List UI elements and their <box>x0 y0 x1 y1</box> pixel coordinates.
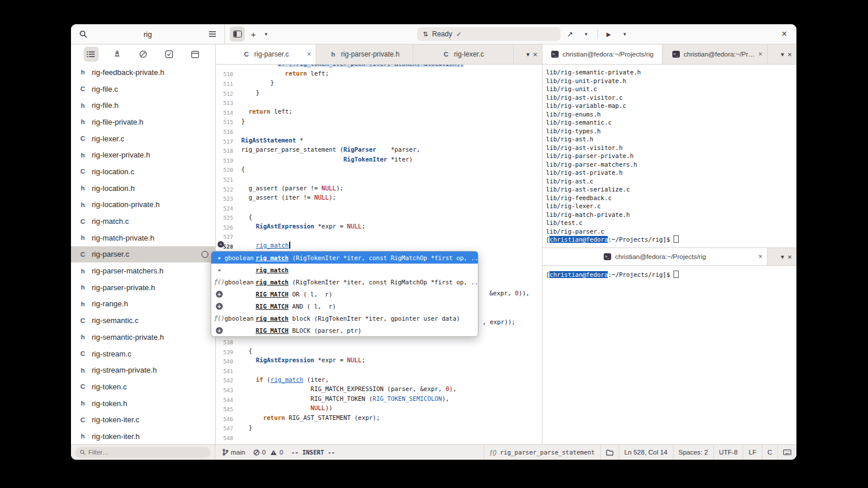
code-line[interactable]: 525 { <box>216 212 542 222</box>
toggle-panel-button[interactable] <box>230 27 245 42</box>
file-row[interactable]: hrig-range.h <box>71 296 215 313</box>
completion-item[interactable]: ★gbooleanrig_match (RigTokenIter *iter, … <box>211 251 478 264</box>
code-line[interactable]: 515} <box>216 117 542 126</box>
current-symbol-button[interactable]: ƒ() rig_parser_parse_statement <box>484 445 600 460</box>
file-row[interactable]: Crig-token.c <box>71 378 215 395</box>
code-line[interactable]: 540 RigAstExpression *expr = NULL; <box>216 355 542 365</box>
code-line[interactable]: 519 RigTokenIter *iter) <box>216 155 542 164</box>
encoding-button[interactable]: UTF-8 <box>713 445 743 460</box>
terminal-top-output[interactable]: lib/rig-semantic-private.hlib/rig-unit-p… <box>542 65 796 247</box>
filter-input[interactable] <box>88 449 206 456</box>
file-row[interactable]: hrig-match-private.h <box>71 230 215 246</box>
run-dropdown[interactable]: ▾ <box>618 27 633 42</box>
code-line[interactable]: 539 { <box>216 346 542 356</box>
file-row[interactable]: hrig-semantic-private.h <box>71 329 215 346</box>
file-row[interactable]: Crig-lexer.c <box>71 130 215 147</box>
export-dropdown[interactable]: ▾ <box>579 27 594 42</box>
build-targets-button[interactable] <box>110 47 125 62</box>
tab-rig-parser-private-h[interactable]: h rig-parser-private.h <box>316 44 413 64</box>
file-row[interactable]: Crig-token-iter.c <box>71 411 215 428</box>
terminal-bottom-tab[interactable]: >_ christian@fedora:~/Projects/rig × <box>542 248 768 265</box>
code-line[interactable]: 544 RIG_MATCH_TOKEN (RIG_TOKEN_SEMICOLON… <box>216 394 542 404</box>
file-row[interactable]: hrig-location.h <box>71 180 215 197</box>
code-line[interactable]: 523 g_assert (iter != NULL); <box>216 193 542 202</box>
tab-list-dropdown[interactable]: ▾ <box>781 51 784 58</box>
close-pane-button[interactable]: × <box>787 50 792 59</box>
close-pane-button[interactable]: × <box>787 253 792 261</box>
file-row[interactable]: hrig-lexer-private.h <box>71 147 215 163</box>
keyboard-button[interactable] <box>777 445 796 460</box>
completion-item[interactable]: ƒ()gbooleanrig_match (RigTokenIter *iter… <box>211 276 478 288</box>
code-line[interactable]: 517RigAstStatement * <box>216 136 542 145</box>
menu-button[interactable] <box>205 27 220 42</box>
code-line[interactable]: 522 g_assert (parser != NULL); <box>216 183 542 193</box>
code-line[interactable]: 518rig_parser_parse_statement (RigParser… <box>216 145 542 155</box>
file-row[interactable]: hrig-token-iter.h <box>71 428 215 444</box>
window-close-button[interactable]: × <box>777 27 792 42</box>
indentation-button[interactable]: Spaces: 2 <box>673 445 713 460</box>
code-line[interactable]: 541 <box>216 365 542 375</box>
terminal-bottom-output[interactable]: [christian@fedora:~/Projects/rig]$ <box>542 266 796 444</box>
new-tab-dropdown[interactable]: ▾ <box>260 27 272 42</box>
cursor-position-button[interactable]: Ln 528, Col 14 <box>619 445 673 460</box>
code-line[interactable]: 543 RIG_MATCH_EXPRESSION (parser, &expr,… <box>216 384 542 394</box>
code-line[interactable]: 524 <box>216 202 542 212</box>
code-line[interactable]: 547 } <box>216 423 542 433</box>
file-row[interactable]: hrig-feedback-private.h <box>71 64 215 81</box>
language-button[interactable]: C <box>762 445 777 460</box>
code-line[interactable]: 545 NULL)) <box>216 403 542 413</box>
tab-list-dropdown[interactable]: ▾ <box>526 51 530 58</box>
completion-item[interactable]: +RIG_MATCH_AND (_l, _r) <box>211 300 478 312</box>
close-icon[interactable]: × <box>758 50 762 58</box>
close-icon[interactable]: × <box>758 253 762 261</box>
code-line[interactable]: ×528 rig_match <box>216 241 542 250</box>
file-row[interactable]: hrig-file-private.h <box>71 114 215 130</box>
diagnostics-summary[interactable]: 0 0 <box>253 449 283 456</box>
search-input[interactable]: rig <box>91 30 205 39</box>
code-line[interactable]: 510 return left; <box>216 69 542 78</box>
file-row[interactable]: hrig-location-private.h <box>71 197 215 213</box>
code-line[interactable]: 521 <box>216 174 542 183</box>
omnibar-button[interactable]: ⇅ Ready ✓ <box>417 27 560 41</box>
code-line[interactable]: 538 <box>216 336 542 346</box>
tab-list-dropdown[interactable]: ▾ <box>781 253 784 261</box>
file-row[interactable]: hrig-stream-private.h <box>71 362 215 378</box>
branch-button[interactable]: main <box>222 449 245 456</box>
code-line[interactable]: 513 <box>216 97 542 107</box>
file-row[interactable]: hrig-token.h <box>71 395 215 412</box>
run-button[interactable]: ▶ <box>601 27 616 42</box>
tab-rig-lexer-c[interactable]: C rig-lexer.c <box>413 44 514 64</box>
code-line[interactable]: 527 <box>216 231 542 241</box>
file-row[interactable]: Crig-parser.c <box>71 246 215 263</box>
terminal-tab-1[interactable]: >_ christian@fedora:~/Projects/rig <box>542 44 663 64</box>
code-line[interactable]: 511 } <box>216 78 542 88</box>
completion-item[interactable]: ★rig_match <box>211 264 478 276</box>
tab-rig-parser-c[interactable]: C rig-parser.c × <box>216 44 316 64</box>
file-row[interactable]: Crig-stream.c <box>71 346 215 362</box>
code-line[interactable]: 520{ <box>216 164 542 174</box>
todo-button[interactable] <box>162 47 177 62</box>
code-line[interactable]: if (!rig_token_iter_peek (iter, &token, … <box>216 65 542 69</box>
terminal-tab-2[interactable]: >_ christian@fedora:~/Projects × <box>663 44 768 64</box>
file-row[interactable]: Crig-location.c <box>71 163 215 180</box>
notes-button[interactable] <box>188 47 203 62</box>
line-ending-button[interactable]: LF <box>743 445 761 460</box>
code-line[interactable]: 514 return left; <box>216 107 542 117</box>
code-line[interactable]: 542 if (rig_match (iter, <box>216 375 542 385</box>
file-row[interactable]: hrig-parser-private.h <box>71 279 215 296</box>
diagnostics-button[interactable] <box>136 47 151 62</box>
export-button[interactable]: ↗ <box>563 27 578 42</box>
code-line[interactable]: 526 RigAstExpression *expr = NULL; <box>216 222 542 231</box>
file-row[interactable]: Crig-match.c <box>71 213 215 230</box>
code-line[interactable]: 546 return RIG_AST_STATEMENT (expr); <box>216 413 542 423</box>
code-line[interactable]: 512 } <box>216 88 542 97</box>
file-row[interactable]: Crig-semantic.c <box>71 312 215 329</box>
file-row[interactable]: Crig-file.c <box>71 81 215 97</box>
new-tab-button[interactable]: + <box>247 27 260 42</box>
completion-item[interactable]: +RIG_MATCH_OR (_l, _r) <box>211 288 478 300</box>
outline-view-button[interactable] <box>84 47 99 62</box>
code-line[interactable]: 516 <box>216 126 542 136</box>
code-line[interactable]: 548 <box>216 432 542 442</box>
file-row[interactable]: hrig-parser-matchers.h <box>71 262 215 279</box>
project-folder-button[interactable] <box>600 445 619 460</box>
